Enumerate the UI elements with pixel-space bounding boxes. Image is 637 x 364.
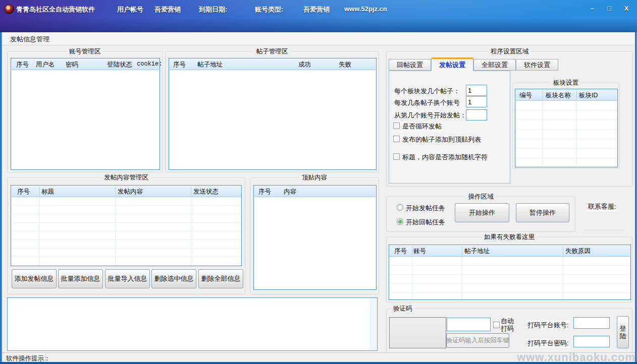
post-table[interactable]: 序号 帖子地址 成功 失败 — [169, 58, 377, 170]
titlebar-website: www.52pjz.cn — [344, 5, 387, 13]
board-table-body[interactable] — [516, 101, 617, 166]
posts-per-board-input[interactable] — [466, 85, 487, 96]
add-to-top-list-label: 发布的帖子添加到顶贴列表 — [401, 135, 482, 144]
column-header: 板块ID — [579, 91, 598, 100]
delete-all-info-button[interactable]: 删除全部信息 — [198, 269, 243, 288]
column-header: 帖子地址 — [464, 247, 490, 256]
board-settings-title: 板块设置 — [551, 79, 581, 87]
contact-divider — [584, 230, 624, 230]
start-reply-task-label[interactable]: 开始回帖任务 — [406, 218, 445, 227]
titlebar: 青青岛社区全自动营销软件 用户帐号 吾爱营销 到期日期: 账号类型: 吾爱营销 … — [0, 0, 637, 32]
auto-captcha-label-line1: 自动 — [501, 317, 514, 325]
column-header: 账号 — [413, 247, 426, 256]
window-border-left — [0, 32, 2, 364]
account-management-groupbox: 账号管理区 序号 用户名 密码 登陆状态 cookie: — [7, 51, 163, 172]
board-settings-groupbox: 板块设置 编号 板块名称 板块ID — [512, 83, 619, 169]
account-table-body[interactable] — [12, 70, 159, 169]
post-content-table-header: 序号 标题 发帖内容 发送状态 — [12, 186, 241, 197]
close-icon[interactable]: X — [620, 3, 633, 13]
column-header: 序号 — [394, 247, 407, 256]
column-header: 用户名 — [36, 60, 55, 69]
auto-captcha-label-line2: 打码 — [501, 325, 514, 332]
tab-reply-settings[interactable]: 回帖设置 — [389, 59, 431, 71]
column-header: cookie: — [137, 60, 162, 68]
operation-title: 操作区域 — [466, 193, 496, 201]
top-post-table-body[interactable] — [254, 197, 376, 289]
failures-groupbox: 如果有失败看这里 序号 账号 帖子地址 失败原因 — [386, 237, 632, 302]
captcha-input[interactable] — [447, 318, 491, 331]
tab-post-settings[interactable]: 发帖设置 — [431, 57, 473, 71]
log-scrollbar[interactable] — [370, 298, 377, 350]
failures-table-body[interactable] — [390, 257, 630, 299]
delete-selected-info-button[interactable]: 删除选中信息 — [151, 269, 196, 288]
maximize-icon[interactable]: □ — [603, 3, 616, 13]
add-to-top-list-checkbox[interactable] — [393, 136, 400, 142]
column-header: 序号 — [17, 188, 30, 196]
login-button-line1: 登 — [620, 325, 626, 332]
program-settings-groupbox: 程序设置区域 回帖设置 发帖设置 全部设置 软件设置 每个板块发几个帖子： 每发… — [386, 51, 633, 187]
column-header: 失败原因 — [565, 247, 591, 256]
minimize-icon[interactable]: – — [586, 3, 599, 13]
log-textbox[interactable] — [7, 297, 378, 351]
watermark-text: www.xunibaoku.com — [517, 351, 635, 364]
captcha-platform-account-input[interactable] — [573, 317, 610, 329]
tab-post-info-management[interactable]: 发帖信息管理 — [7, 35, 52, 44]
titlebar-brand: 吾爱营销 — [303, 5, 330, 14]
window-border-right — [635, 32, 637, 364]
board-table-header: 编号 板块名称 板块ID — [516, 90, 617, 101]
operation-groupbox: 操作区域 开始发帖任务 开始回帖任务 开始操作 暂停操作 — [386, 197, 575, 232]
captcha-enter-hint-button[interactable]: 验证码输入后按回车键 — [446, 333, 509, 348]
start-account-input[interactable] — [466, 109, 487, 120]
post-settings-tabpage: 每个板块发几个帖子： 每发几条帖子换个账号 从第几个账号开始发帖： 是否循环发帖… — [389, 71, 510, 184]
batch-add-info-button[interactable]: 批量添加信息 — [58, 269, 103, 288]
posts-per-board-label: 每个板块发几个帖子： — [394, 87, 460, 96]
start-post-task-label[interactable]: 开始发帖任务 — [406, 204, 445, 213]
post-management-groupbox: 帖子管理区 序号 帖子地址 成功 失败 — [165, 51, 379, 172]
start-operation-button[interactable]: 开始操作 — [455, 203, 509, 222]
column-header: 成功 — [298, 60, 311, 69]
status-tip-label: 软件操作提示： — [6, 354, 50, 363]
titlebar-expiry-label: 到期日期: — [199, 5, 227, 14]
board-table[interactable]: 编号 板块名称 板块ID — [515, 89, 618, 167]
app-window: 青青岛社区全自动营销软件 用户帐号 吾爱营销 到期日期: 账号类型: 吾爱营销 … — [0, 0, 637, 364]
auto-captcha-checkbox[interactable] — [493, 322, 500, 328]
captcha-platform-account-label: 打码平台账号: — [526, 320, 570, 330]
posts-per-account-label: 每发几条帖子换个账号 — [394, 98, 460, 107]
account-table[interactable]: 序号 用户名 密码 登陆状态 cookie: — [11, 58, 160, 170]
captcha-image — [389, 317, 446, 348]
captcha-groupbox: 验证码 自动 打码 验证码输入后按回车键 打码平台账号: 打码平台密码: 登 陆 — [386, 309, 632, 353]
column-header: 编号 — [519, 91, 532, 100]
random-chars-checkbox[interactable] — [393, 153, 400, 160]
column-header: 内容 — [284, 188, 296, 196]
app-icon — [4, 4, 14, 14]
add-post-info-button[interactable]: 添加发帖信息 — [12, 269, 57, 288]
column-header: 登陆状态 — [107, 60, 132, 69]
account-management-title: 账号管理区 — [67, 47, 103, 56]
loop-post-checkbox[interactable] — [393, 123, 400, 129]
start-reply-task-radio[interactable] — [397, 218, 403, 225]
column-header: 帖子地址 — [197, 60, 223, 69]
failures-table-header: 序号 账号 帖子地址 失败原因 — [390, 246, 630, 257]
auto-captcha-label: 自动 打码 — [501, 317, 514, 332]
start-account-label: 从第几个账号开始发帖： — [394, 111, 466, 120]
pause-operation-button[interactable]: 暂停操作 — [516, 203, 569, 222]
start-post-task-radio[interactable] — [397, 204, 403, 211]
column-header: 失败 — [339, 60, 351, 69]
login-button[interactable]: 登 陆 — [617, 316, 629, 348]
program-settings-title: 程序设置区域 — [488, 47, 531, 56]
captcha-platform-password-input[interactable] — [573, 336, 610, 347]
tab-software-settings[interactable]: 软件设置 — [516, 59, 558, 71]
post-table-body[interactable] — [170, 70, 376, 169]
tab-all-settings[interactable]: 全部设置 — [473, 59, 516, 71]
column-header: 序号 — [173, 60, 186, 69]
failures-title: 如果有失败看这里 — [482, 233, 537, 241]
status-divider — [45, 354, 46, 361]
batch-import-info-button[interactable]: 批量导入信息 — [105, 269, 150, 288]
post-content-table-body[interactable] — [12, 197, 241, 265]
post-management-title: 帖子管理区 — [254, 47, 291, 56]
failures-table[interactable]: 序号 账号 帖子地址 失败原因 — [389, 245, 631, 300]
top-post-groupbox: 顶贴内容 序号 内容 — [250, 177, 379, 294]
post-content-table[interactable]: 序号 标题 发帖内容 发送状态 — [11, 185, 242, 266]
posts-per-account-input[interactable] — [466, 96, 487, 107]
top-post-table[interactable]: 序号 内容 — [253, 185, 377, 290]
